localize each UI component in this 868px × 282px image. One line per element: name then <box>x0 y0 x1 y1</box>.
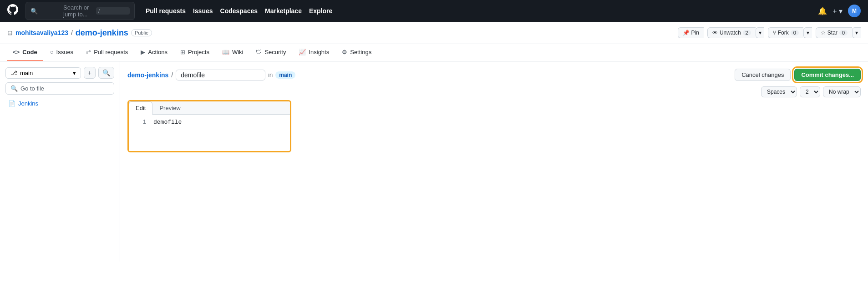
search-text: Search or jump to... <box>63 4 92 18</box>
star-icon: ☆ <box>821 30 826 36</box>
editor-tabs: Edit Preview <box>129 101 290 115</box>
cancel-changes-button[interactable]: Cancel changes <box>735 69 791 81</box>
editor-toolbar-wrapper: Spaces 2 No wrap <box>127 86 861 97</box>
main-layout: ⎇ main ▾ + 🔍 🔍 Go to file 📄 Jenkins demo… <box>0 61 868 262</box>
tab-projects-label: Projects <box>188 49 209 55</box>
line-content-1: demofile <box>153 119 182 126</box>
spaces-select[interactable]: Spaces <box>761 86 797 97</box>
tab-code-label: Code <box>22 49 37 55</box>
repo-icon: ⊟ <box>7 29 13 36</box>
insights-tab-icon: 📈 <box>299 49 306 55</box>
tab-pull-requests[interactable]: ⇄ Pull requests <box>81 44 133 61</box>
nav-issues[interactable]: Issues <box>193 7 213 15</box>
tab-issues[interactable]: ○ Issues <box>45 44 79 61</box>
security-tab-icon: 🛡 <box>256 49 262 55</box>
branch-area: ⎇ main ▾ + 🔍 <box>5 67 114 79</box>
unwatch-button-group: 👁 Unwatch 2 ▾ <box>707 27 764 38</box>
star-label: Star <box>827 30 838 36</box>
fork-icon: ⑂ <box>773 30 776 36</box>
pr-tab-icon: ⇄ <box>86 49 91 55</box>
tab-insights-label: Insights <box>309 49 329 55</box>
notifications-button[interactable]: 🔔 <box>818 7 827 15</box>
fork-dropdown[interactable]: ▾ <box>803 27 812 38</box>
tab-pr-label: Pull requests <box>94 49 128 55</box>
avatar[interactable]: M <box>848 5 861 17</box>
repo-tabs: <> Code ○ Issues ⇄ Pull requests ▶ Actio… <box>0 44 868 61</box>
search-kbd: / <box>96 7 130 15</box>
unwatch-button[interactable]: 👁 Unwatch 2 <box>707 27 756 38</box>
star-count: 0 <box>839 30 848 35</box>
commit-changes-button[interactable]: Commit changes... <box>794 69 861 81</box>
tab-actions[interactable]: ▶ Actions <box>135 44 173 61</box>
editor-area: demo-jenkins / in main Cancel changes Co… <box>120 61 868 262</box>
search-bar[interactable]: 🔍 Search or jump to... / <box>25 2 135 20</box>
tab-insights[interactable]: 📈 Insights <box>293 44 335 61</box>
line-number-1: 1 <box>132 119 146 126</box>
editor-path-repo[interactable]: demo-jenkins <box>127 71 168 79</box>
search-icon: 🔍 <box>30 8 60 15</box>
branch-chevron-icon: ▾ <box>73 70 76 76</box>
pin-button-group: 📌 Pin <box>678 27 704 38</box>
file-icon: 📄 <box>8 100 15 107</box>
repo-owner[interactable]: mohitsavaliya123 <box>15 29 68 36</box>
create-button[interactable]: + ▾ <box>832 7 843 15</box>
github-logo[interactable] <box>7 4 18 18</box>
settings-tab-icon: ⚙ <box>342 49 347 55</box>
sidebar: ⎇ main ▾ + 🔍 🔍 Go to file 📄 Jenkins <box>0 61 120 262</box>
tab-security[interactable]: 🛡 Security <box>250 44 291 61</box>
tab-settings-label: Settings <box>350 49 371 55</box>
editor-filename-input[interactable] <box>176 70 265 81</box>
star-button[interactable]: ☆ Star 0 <box>816 27 852 38</box>
fork-label: Fork <box>778 30 789 36</box>
nav-explore[interactable]: Explore <box>309 7 332 15</box>
actions-tab-icon: ▶ <box>141 49 145 55</box>
pin-label: Pin <box>691 30 699 36</box>
search-files-button[interactable]: 🔍 <box>98 67 114 79</box>
code-editor[interactable]: 1 demofile <box>129 115 290 151</box>
breadcrumb-separator: / <box>71 29 73 36</box>
file-item[interactable]: 📄 Jenkins <box>5 98 114 109</box>
editor-path-sep: / <box>171 71 173 79</box>
tab-security-label: Security <box>264 49 286 55</box>
fork-button[interactable]: ⑂ Fork 0 <box>768 27 803 38</box>
code-line-1: 1 demofile <box>129 118 290 126</box>
tab-projects[interactable]: ⊞ Projects <box>175 44 215 61</box>
editor-buttons: Cancel changes Commit changes... <box>735 69 861 81</box>
nav-pull-requests[interactable]: Pull requests <box>146 7 186 15</box>
tab-wiki[interactable]: 📖 Wiki <box>217 44 249 61</box>
go-to-file-input[interactable]: 🔍 Go to file <box>5 82 114 95</box>
star-dropdown[interactable]: ▾ <box>852 27 861 38</box>
code-tab-icon: <> <box>13 49 20 55</box>
star-button-group: ☆ Star 0 ▾ <box>816 27 861 38</box>
branch-name: main <box>20 70 33 76</box>
search-icon: 🔍 <box>10 85 18 92</box>
tab-code[interactable]: <> Code <box>7 44 43 61</box>
issues-tab-icon: ○ <box>50 49 54 55</box>
commit-label: Commit changes... <box>801 71 854 78</box>
tab-settings[interactable]: ⚙ Settings <box>336 44 377 61</box>
pin-button[interactable]: 📌 Pin <box>678 27 704 38</box>
indent-select[interactable]: 2 <box>800 86 820 97</box>
nav-codespaces[interactable]: Codespaces <box>220 7 258 15</box>
preview-tab[interactable]: Preview <box>152 101 187 115</box>
top-nav: 🔍 Search or jump to... / Pull requests I… <box>0 0 868 22</box>
repo-breadcrumb: ⊟ mohitsavaliya123 / demo-jenkins Public <box>7 28 152 38</box>
spacing-selects: Spaces 2 No wrap <box>761 86 861 97</box>
repo-name[interactable]: demo-jenkins <box>76 28 128 38</box>
fork-count: 0 <box>791 30 799 35</box>
unwatch-label: Unwatch <box>720 30 741 36</box>
fork-button-group: ⑂ Fork 0 ▾ <box>768 27 812 38</box>
editor-path-branch: main <box>275 71 295 79</box>
wiki-tab-icon: 📖 <box>222 49 229 55</box>
pin-icon: 📌 <box>683 30 690 36</box>
add-file-button[interactable]: + <box>84 67 96 79</box>
repo-actions: 📌 Pin 👁 Unwatch 2 ▾ ⑂ Fork 0 ▾ ☆ Star <box>678 27 861 38</box>
top-nav-right: 🔔 + ▾ M <box>818 5 861 17</box>
branch-icon: ⎇ <box>10 70 17 76</box>
branch-selector[interactable]: ⎇ main ▾ <box>5 67 81 79</box>
edit-tab[interactable]: Edit <box>129 101 152 115</box>
projects-tab-icon: ⊞ <box>180 49 185 55</box>
nowrap-select[interactable]: No wrap <box>823 86 861 97</box>
nav-marketplace[interactable]: Marketplace <box>265 7 302 15</box>
unwatch-dropdown[interactable]: ▾ <box>756 27 764 38</box>
